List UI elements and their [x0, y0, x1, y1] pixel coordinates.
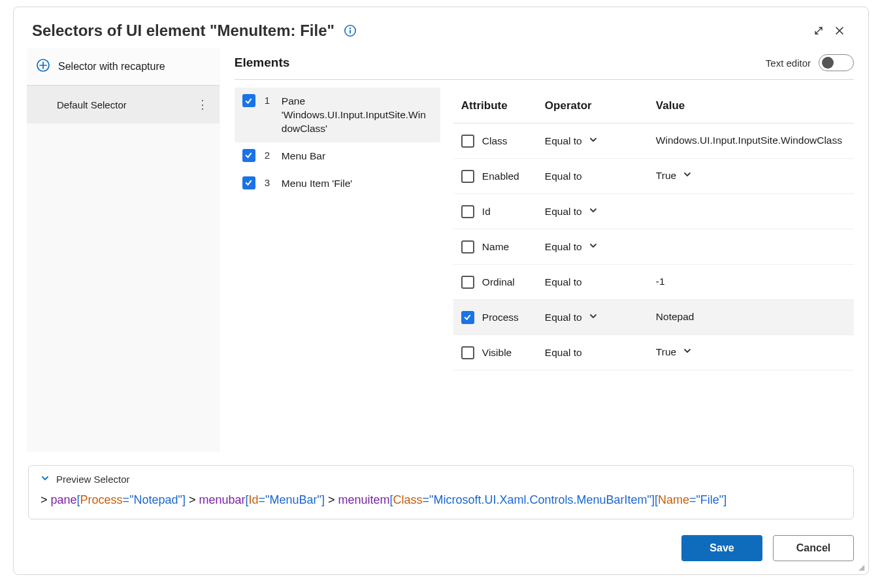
element-checkbox[interactable]	[242, 176, 255, 189]
attribute-checkbox[interactable]	[461, 276, 474, 289]
sidebar: Selector with recapture Default Selector…	[27, 48, 220, 452]
value-cell[interactable]: True	[656, 346, 854, 359]
operator-cell[interactable]: Equal to	[545, 135, 656, 147]
attribute-row: EnabledEqual toTrue	[453, 159, 854, 194]
operator-value: Equal to	[545, 171, 582, 182]
expand-icon[interactable]	[808, 20, 829, 41]
element-index: 3	[265, 176, 272, 188]
main-panel: Elements Text editor 1Pane 'Windows.UI.I…	[220, 48, 868, 452]
attribute-row: ProcessEqual toNotepad	[453, 300, 854, 335]
element-row[interactable]: 3Menu Item 'File'	[235, 170, 440, 197]
attribute-checkbox[interactable]	[461, 311, 474, 324]
chevron-down-icon[interactable]	[589, 241, 598, 253]
panes: 1Pane 'Windows.UI.Input.InputSite.Window…	[235, 88, 854, 370]
attribute-name: Enabled	[482, 171, 519, 182]
attribute-checkbox[interactable]	[461, 205, 474, 218]
chevron-down-icon[interactable]	[683, 169, 692, 183]
element-row[interactable]: 1Pane 'Windows.UI.Input.InputSite.Window…	[235, 88, 440, 142]
element-checkbox[interactable]	[242, 149, 255, 162]
text-editor-toggle-wrap: Text editor	[766, 54, 854, 71]
header-attribute: Attribute	[453, 99, 545, 112]
code-token: pane	[51, 493, 77, 506]
element-label: Menu Item 'File'	[282, 176, 433, 191]
save-button[interactable]: Save	[681, 535, 762, 561]
preview-panel: Preview Selector > pane[Process="Notepad…	[28, 465, 854, 519]
selector-with-recapture-button[interactable]: Selector with recapture	[27, 48, 220, 86]
code-token: menubar	[199, 493, 246, 506]
chevron-down-icon[interactable]	[589, 206, 598, 218]
attribute-row: IdEqual to	[453, 194, 854, 229]
value-text: Notepad	[656, 310, 694, 324]
attribute-name: Ordinal	[482, 276, 515, 288]
operator-cell[interactable]: Equal to	[545, 312, 656, 323]
kebab-icon[interactable]: ⋮	[195, 97, 210, 112]
resize-handle-icon[interactable]: ◢	[858, 563, 864, 572]
code-token: >	[325, 493, 338, 506]
value-text: True	[656, 346, 676, 359]
plus-circle-icon	[36, 58, 50, 75]
operator-cell[interactable]: Equal to	[545, 347, 656, 359]
element-index: 1	[265, 94, 272, 106]
operator-cell[interactable]: Equal to	[545, 206, 656, 218]
value-text: True	[656, 169, 676, 183]
attribute-checkbox[interactable]	[461, 240, 474, 253]
attribute-checkbox[interactable]	[461, 135, 474, 148]
code-token: "File"	[696, 493, 723, 506]
code-token: "Notepad"	[129, 493, 182, 506]
code-token: =	[259, 493, 266, 506]
selector-item-label: Default Selector	[57, 99, 127, 110]
attribute-name: Process	[482, 312, 519, 323]
element-row[interactable]: 2Menu Bar	[235, 142, 440, 170]
preview-toggle[interactable]: Preview Selector	[41, 474, 841, 485]
chevron-down-icon[interactable]	[589, 135, 598, 147]
preview-label: Preview Selector	[56, 474, 130, 485]
text-editor-toggle[interactable]	[819, 54, 854, 71]
element-index: 2	[265, 149, 272, 161]
operator-cell[interactable]: Equal to	[545, 171, 656, 182]
code-token: >	[186, 493, 199, 506]
chevron-down-icon[interactable]	[683, 346, 692, 359]
close-icon[interactable]	[829, 20, 850, 41]
chevron-down-icon	[41, 474, 50, 485]
value-cell[interactable]: Notepad	[656, 310, 854, 324]
chevron-down-icon[interactable]	[589, 312, 598, 323]
value-cell[interactable]: -1	[656, 275, 854, 289]
element-label: Pane 'Windows.UI.Input.InputSite.WindowC…	[282, 94, 433, 136]
operator-value: Equal to	[545, 276, 582, 288]
selector-builder-dialog: Selectors of UI element "MenuItem: File"…	[13, 7, 869, 575]
operator-value: Equal to	[545, 312, 582, 323]
cancel-button[interactable]: Cancel	[773, 535, 854, 561]
operator-value: Equal to	[545, 241, 582, 253]
attribute-checkbox[interactable]	[461, 346, 474, 359]
code-token: Process	[80, 493, 123, 506]
operator-value: Equal to	[545, 206, 582, 218]
value-cell[interactable]: Windows.UI.Input.InputSite.WindowClass	[656, 134, 854, 148]
operator-cell[interactable]: Equal to	[545, 241, 656, 253]
value-text: Windows.UI.Input.InputSite.WindowClass	[656, 134, 842, 148]
attribute-name: Id	[482, 206, 491, 218]
info-icon[interactable]	[344, 24, 357, 37]
attribute-rows: ClassEqual toWindows.UI.Input.InputSite.…	[453, 123, 854, 370]
attribute-row: VisibleEqual toTrue	[453, 335, 854, 370]
capture-label: Selector with recapture	[58, 61, 165, 73]
selector-item[interactable]: Default Selector⋮	[27, 86, 220, 123]
attribute-table: Attribute Operator Value ClassEqual toWi…	[453, 88, 854, 370]
code-token: Class	[393, 493, 423, 506]
value-cell[interactable]: True	[656, 169, 854, 183]
header-value: Value	[656, 99, 854, 112]
attribute-checkbox[interactable]	[461, 170, 474, 183]
svg-point-1	[350, 27, 351, 29]
code-token: "MenuBar"	[265, 493, 321, 506]
code-token: Name	[658, 493, 689, 506]
element-checkbox[interactable]	[242, 94, 255, 107]
operator-value: Equal to	[545, 135, 582, 147]
attribute-name: Name	[482, 241, 509, 253]
text-editor-label: Text editor	[766, 57, 811, 69]
operator-cell[interactable]: Equal to	[545, 276, 656, 288]
attribute-row: OrdinalEqual to-1	[453, 265, 854, 300]
attribute-row: NameEqual to	[453, 229, 854, 265]
attribute-name: Class	[482, 135, 508, 147]
code-token: "Microsoft.UI.Xaml.Controls.MenuBarItem"	[429, 493, 651, 506]
code-token: ]	[723, 493, 727, 506]
code-token: =	[123, 493, 130, 506]
